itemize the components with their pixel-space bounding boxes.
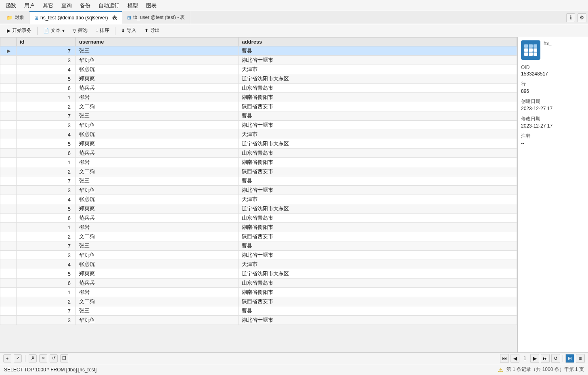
row-marker: [0, 232, 17, 241]
row-marker: [0, 158, 17, 167]
table-row[interactable]: 1柳岩湖南省衡阳市: [0, 158, 517, 167]
tab-objects[interactable]: 📁 对象: [2, 11, 29, 24]
table-row[interactable]: 1柳岩湖南省衡阳市: [0, 288, 517, 297]
cell-username: 华沉鱼: [75, 186, 239, 195]
menu-chart[interactable]: 图表: [142, 0, 161, 11]
row-marker: [0, 251, 17, 260]
filter-button[interactable]: ▽ 筛选: [69, 25, 91, 36]
table-row[interactable]: 2文二狗陕西省西安市: [0, 167, 517, 176]
menu-query[interactable]: 查询: [57, 0, 76, 11]
table-row[interactable]: 7张三曹县: [0, 241, 517, 251]
table-row[interactable]: ▶7张三曹县: [0, 46, 517, 56]
table-row[interactable]: 2文二狗陕西省西安市: [0, 297, 517, 306]
row-marker: [0, 139, 17, 149]
tab-tb-user[interactable]: ⊞ tb_user @test (test) - 表: [122, 11, 190, 24]
cell-id: 2: [17, 102, 76, 111]
table-row[interactable]: 7张三曹县: [0, 306, 517, 316]
cell-username: 柳岩: [75, 223, 239, 232]
cell-username: 文二狗: [75, 102, 239, 111]
col-header-id[interactable]: id: [17, 38, 76, 46]
tab-tb-user-label: tb_user @test (test) - 表: [133, 14, 185, 21]
settings-button[interactable]: ⚙: [578, 13, 586, 22]
cell-id: 7: [17, 241, 76, 251]
table-row[interactable]: 6范兵兵山东省青岛市: [0, 149, 517, 158]
table-row[interactable]: 4张必沉天津市: [0, 260, 517, 269]
menu-other[interactable]: 其它: [39, 0, 57, 11]
row-marker-header: [0, 38, 17, 46]
cell-username: 张三: [75, 176, 239, 186]
menu-model[interactable]: 模型: [123, 0, 142, 11]
table-row[interactable]: 2文二狗陕西省西安市: [0, 232, 517, 241]
table-row[interactable]: 7张三曹县: [0, 176, 517, 186]
rows-section: 行 896: [521, 81, 585, 94]
cell-id: 2: [17, 167, 76, 176]
text-button[interactable]: 📄 文本 ▾: [40, 25, 68, 36]
menu-users[interactable]: 用户: [20, 0, 39, 11]
cell-username: 范兵兵: [75, 279, 239, 288]
cell-id: 5: [17, 269, 76, 279]
page-first-button[interactable]: ⏮: [500, 354, 509, 363]
cell-address: 曹县: [239, 111, 517, 121]
cancel-edit-button[interactable]: ✗: [29, 354, 37, 362]
tab-hs-test[interactable]: ⊞ hs_test @demo.dbo (sqlserver) - 表: [29, 11, 122, 24]
table-row[interactable]: 6范兵兵山东省青岛市: [0, 84, 517, 93]
col-header-address[interactable]: address: [239, 38, 517, 46]
table-row[interactable]: 7张三曹县: [0, 111, 517, 121]
table-row[interactable]: 4张必沉天津市: [0, 65, 517, 74]
cell-id: 1: [17, 223, 76, 232]
table-row[interactable]: 4张必沉天津市: [0, 195, 517, 204]
menu-autorun[interactable]: 自动运行: [94, 0, 123, 11]
cell-id: 4: [17, 260, 76, 269]
page-next-button[interactable]: ▶: [530, 354, 539, 363]
table-row[interactable]: 5郑爽爽辽宁省沈阳市大东区: [0, 139, 517, 149]
table-row[interactable]: 6范兵兵山东省青岛市: [0, 214, 517, 223]
copy-button[interactable]: ❐: [60, 354, 68, 362]
page-prev-button[interactable]: ◀: [511, 354, 519, 363]
cell-username: 郑爽爽: [75, 74, 239, 84]
sort-button[interactable]: ↕ 排序: [92, 25, 113, 36]
refresh-button[interactable]: ↺: [50, 354, 58, 362]
import-button[interactable]: ⬇ 导入: [117, 25, 140, 36]
cell-username: 张必沉: [75, 195, 239, 204]
cell-address: 湖北省十堰市: [239, 186, 517, 195]
table-area[interactable]: id username address ▶7张三曹县3华沉鱼湖北省十堰市4张必沉…: [0, 37, 517, 352]
delete-row-button[interactable]: ✕: [39, 354, 47, 362]
table-row[interactable]: 5郑爽爽辽宁省沈阳市大东区: [0, 74, 517, 84]
info-button[interactable]: ℹ: [566, 13, 575, 22]
table-row[interactable]: 5郑爽爽辽宁省沈阳市大东区: [0, 204, 517, 214]
add-row-button[interactable]: +: [3, 354, 11, 362]
table-row[interactable]: 3华沉鱼湖北省十堰市: [0, 186, 517, 195]
row-marker: [0, 204, 17, 214]
confirm-button[interactable]: ✓: [14, 354, 22, 362]
table-row[interactable]: 3华沉鱼湖北省十堰市: [0, 316, 517, 325]
grid-view-button[interactable]: ⊞: [565, 354, 574, 363]
comment-label: 注释: [521, 133, 585, 140]
cell-username: 柳岩: [75, 288, 239, 297]
begin-tx-button[interactable]: ▶ 开始事务: [3, 25, 35, 36]
table-row[interactable]: 3华沉鱼湖北省十堰市: [0, 251, 517, 260]
cell-address: 湖北省十堰市: [239, 251, 517, 260]
table-row[interactable]: 3华沉鱼湖北省十堰市: [0, 121, 517, 130]
cell-address: 山东省青岛市: [239, 149, 517, 158]
table-row[interactable]: 1柳岩湖南省衡阳市: [0, 223, 517, 232]
table-row[interactable]: 5郑爽爽辽宁省沈阳市大东区: [0, 269, 517, 279]
cell-id: 2: [17, 232, 76, 241]
menu-backup[interactable]: 备份: [76, 0, 94, 11]
table-row[interactable]: 6范兵兵山东省青岛市: [0, 279, 517, 288]
table-row[interactable]: 4张必沉天津市: [0, 130, 517, 139]
table-row[interactable]: 3华沉鱼湖北省十堰市: [0, 56, 517, 65]
table-row[interactable]: 1柳岩湖南省衡阳市: [0, 93, 517, 102]
oid-label: OID: [521, 65, 585, 70]
cell-username: 文二狗: [75, 232, 239, 241]
cell-address: 湖南省衡阳市: [239, 158, 517, 167]
export-button[interactable]: ⬆ 导出: [141, 25, 163, 36]
filter-label: 筛选: [78, 27, 88, 34]
import-label: 导入: [127, 27, 136, 34]
page-refresh-button[interactable]: ↺: [551, 354, 560, 363]
page-last-button[interactable]: ⏭: [541, 354, 550, 363]
list-view-button[interactable]: ≡: [576, 354, 585, 363]
col-header-username[interactable]: username: [75, 38, 239, 46]
table-row[interactable]: 2文二狗陕西省西安市: [0, 102, 517, 111]
menu-functions[interactable]: 函数: [2, 0, 20, 11]
cell-username: 范兵兵: [75, 84, 239, 93]
